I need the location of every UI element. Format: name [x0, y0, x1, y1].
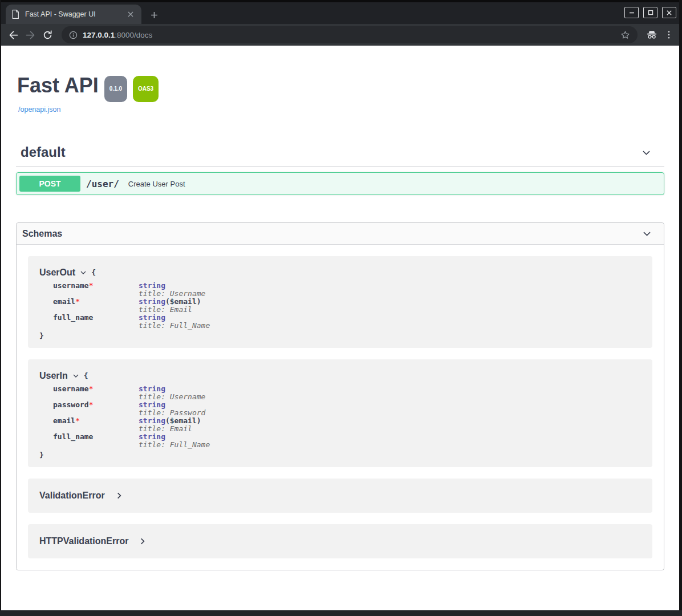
tag-title: default — [21, 144, 66, 160]
property-row: username* stringtitle: Username — [53, 282, 641, 298]
reload-icon[interactable] — [39, 26, 56, 43]
version-badge: 0.1.0 — [104, 76, 127, 102]
opblock-post-user[interactable]: POST /user/ Create User Post — [16, 172, 664, 195]
model-userout: UserOut { username* stringtitle: Usernam… — [28, 256, 652, 348]
property-title: title: Username — [139, 392, 205, 401]
property-type: string — [139, 416, 165, 425]
model-name: HTTPValidationError — [39, 535, 128, 548]
property-name: full_name — [53, 313, 93, 322]
page-favicon-icon — [11, 10, 19, 19]
browser-toolbar: 127.0.0.1:8000/docs — [0, 24, 682, 46]
window-bottom-edge — [0, 610, 682, 616]
browser-tab[interactable]: Fast API - Swagger UI — [6, 5, 141, 24]
property-row: email* string($email)title: Email — [53, 417, 641, 433]
incognito-icon — [643, 26, 660, 43]
property-type: string — [139, 384, 165, 393]
property-type: string — [139, 400, 165, 409]
property-title: title: Username — [139, 289, 205, 298]
tag-divider — [16, 167, 664, 167]
model-userin-title[interactable]: UserIn { — [39, 370, 641, 382]
property-type: string — [139, 297, 165, 306]
required-star: * — [89, 281, 94, 290]
required-star: * — [75, 416, 80, 425]
chevron-down-icon[interactable] — [641, 147, 652, 160]
new-tab-icon[interactable] — [151, 11, 158, 21]
swagger-page: Fast API 0.1.0 OAS3 /openapi.json defaul… — [1, 46, 679, 610]
property-format: ($email) — [165, 416, 201, 425]
schemas-section: Schemas UserOut { — [16, 222, 664, 570]
browser-window: Fast API - Swagger UI — [0, 0, 682, 616]
property-name: username — [53, 384, 89, 393]
model-userin: UserIn { username* stringtitle: Username — [28, 359, 652, 467]
open-brace: { — [91, 266, 96, 279]
required-star: * — [89, 384, 94, 393]
property-type: string — [139, 313, 165, 322]
model-validationerror[interactable]: ValidationError — [28, 479, 652, 513]
property-row: full_name stringtitle: Full_Name — [53, 433, 641, 449]
page-info-icon[interactable] — [68, 30, 78, 40]
close-button[interactable] — [662, 7, 676, 18]
http-method-badge: POST — [19, 176, 80, 192]
minimize-button[interactable] — [624, 7, 639, 18]
model-name: ValidationError — [39, 489, 105, 502]
property-title: title: Full_Name — [139, 440, 210, 449]
url-path: :8000/docs — [115, 31, 152, 39]
property-title: title: Full_Name — [139, 321, 210, 330]
tab-title: Fast API - Swagger UI — [25, 10, 125, 18]
tag-section-header[interactable]: default — [21, 145, 660, 160]
api-title: Fast API — [17, 74, 99, 97]
property-name: password — [53, 400, 89, 409]
url-host: 127.0.0.1 — [83, 31, 115, 39]
tab-close-icon[interactable] — [125, 9, 136, 19]
endpoint-path: /user/ — [86, 179, 119, 189]
tab-strip: Fast API - Swagger UI — [0, 2, 682, 24]
schemas-header[interactable]: Schemas — [17, 223, 664, 245]
oas3-badge: OAS3 — [133, 76, 159, 102]
model-httpvalidationerror[interactable]: HTTPValidationError — [28, 524, 652, 558]
property-name: email — [53, 297, 75, 306]
property-type: string — [139, 281, 165, 290]
address-bar[interactable]: 127.0.0.1:8000/docs — [62, 26, 638, 43]
chevron-right-icon[interactable] — [139, 537, 147, 545]
chevron-down-icon[interactable] — [72, 372, 79, 379]
property-name: username — [53, 281, 89, 290]
property-row: username* stringtitle: Username — [53, 385, 641, 401]
maximize-button[interactable] — [643, 7, 657, 18]
property-row: full_name stringtitle: Full_Name — [53, 314, 641, 330]
property-type: string — [139, 432, 165, 441]
window-controls — [624, 7, 676, 18]
close-brace: } — [39, 451, 641, 459]
window-right-edge — [679, 0, 682, 616]
model-userout-title[interactable]: UserOut { — [39, 266, 641, 279]
required-star: * — [89, 400, 94, 409]
window-left-edge — [0, 0, 1, 616]
endpoint-summary: Create User Post — [128, 180, 185, 188]
property-row: password* stringtitle: Password — [53, 401, 641, 417]
api-title-row: Fast API 0.1.0 OAS3 — [17, 74, 664, 102]
openapi-spec-link[interactable]: /openapi.json — [18, 106, 60, 114]
chevron-right-icon[interactable] — [115, 492, 123, 500]
model-name: UserIn — [39, 370, 68, 382]
property-row: email* string($email)title: Email — [53, 298, 641, 314]
property-name: email — [53, 416, 75, 425]
open-brace: { — [84, 370, 88, 382]
back-icon[interactable] — [5, 26, 22, 43]
required-star: * — [75, 297, 80, 306]
property-title: title: Password — [139, 408, 205, 417]
model-name: UserOut — [39, 266, 75, 279]
bookmark-star-icon[interactable] — [620, 30, 631, 40]
property-title: title: Email — [139, 424, 192, 433]
property-format: ($email) — [165, 297, 201, 306]
menu-dots-icon[interactable] — [660, 26, 677, 43]
property-title: title: Email — [139, 305, 192, 314]
forward-icon[interactable] — [22, 26, 39, 43]
url-text: 127.0.0.1:8000/docs — [83, 31, 152, 39]
chevron-down-icon[interactable] — [80, 269, 87, 276]
property-name: full_name — [53, 432, 93, 441]
schemas-title: Schemas — [22, 229, 62, 239]
chevron-down-icon[interactable] — [642, 228, 652, 239]
close-brace: } — [39, 331, 641, 340]
